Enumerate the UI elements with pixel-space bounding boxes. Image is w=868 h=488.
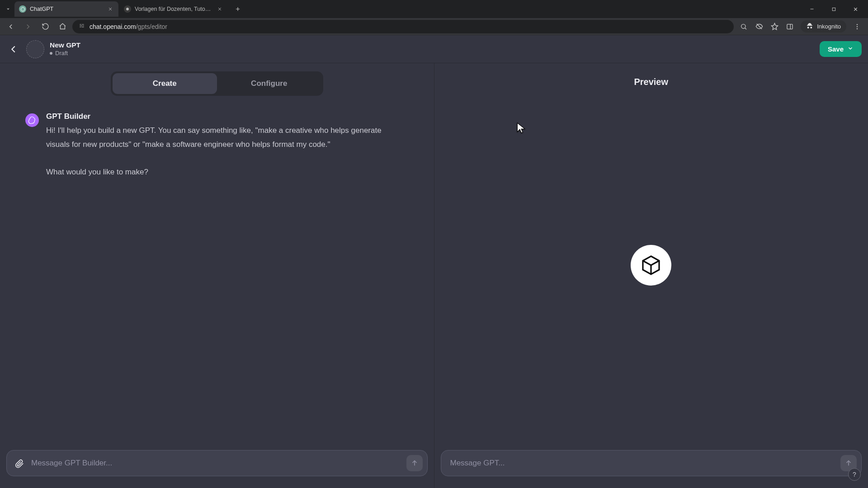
svg-rect-7 [80,27,81,27]
svg-rect-4 [82,24,84,25]
tab-bar: ChatGPT Vorlagen für Dozenten, Tutore… [0,0,868,18]
box-icon [640,254,662,276]
back-button[interactable] [6,42,21,56]
tab-title: ChatGPT [30,6,103,12]
preview-composer[interactable]: Message GPT... [441,450,862,476]
svg-point-12 [857,26,858,27]
tab-search-dropdown[interactable] [3,4,14,14]
side-panel-icon[interactable] [783,19,797,34]
gpt-title: New GPT [50,41,80,50]
svg-point-1 [126,8,129,10]
builder-message: GPT Builder Hi! I'll help you build a ne… [25,112,409,179]
preview-gpt-icon [631,245,671,286]
editor-tabs: Create Configure [0,63,434,99]
close-icon[interactable] [107,5,114,13]
svg-point-11 [857,24,858,25]
svg-rect-10 [787,24,793,29]
incognito-label: Inkognito [817,23,841,30]
window-controls [802,2,865,16]
incognito-icon [806,22,813,31]
browser-tab-active[interactable]: ChatGPT [14,1,118,17]
builder-input[interactable]: Message GPT Builder... [31,459,401,468]
bookmark-icon[interactable] [767,19,782,34]
close-window-button[interactable] [845,2,865,16]
preview-title: Preview [434,63,868,87]
address-bar[interactable]: chat.openai.com/gpts/editor [72,20,734,33]
svg-rect-2 [832,8,835,10]
app-body: Create Configure GPT Builder Hi! I'll he… [0,63,868,488]
generic-favicon [124,5,131,13]
svg-point-0 [21,7,24,11]
close-icon[interactable] [216,5,223,13]
svg-point-9 [741,24,745,28]
svg-rect-3 [80,24,81,25]
site-settings-icon[interactable] [79,23,85,30]
app-header: New GPT Draft Save [0,35,868,63]
gpt-status: Draft [50,50,80,57]
browser-chrome: ChatGPT Vorlagen für Dozenten, Tutore… [0,0,868,35]
tab-title: Vorlagen für Dozenten, Tutore… [135,6,212,12]
zoom-icon[interactable] [736,19,751,34]
chevron-down-icon [847,45,854,53]
browser-menu-icon[interactable] [850,19,864,34]
preview-pane: Preview Message GPT... ? [434,63,868,488]
minimize-button[interactable] [802,2,822,16]
create-pane: Create Configure GPT Builder Hi! I'll he… [0,63,434,488]
builder-composer[interactable]: Message GPT Builder... [6,450,428,476]
tab-create[interactable]: Create [113,73,217,94]
svg-point-13 [857,28,858,29]
maximize-button[interactable] [824,2,844,16]
browser-tab-inactive[interactable]: Vorlagen für Dozenten, Tutore… [119,1,228,17]
gpt-title-block: New GPT Draft [50,41,80,56]
openai-favicon [19,5,26,13]
preview-input[interactable]: Message GPT... [448,459,835,468]
gpt-avatar-placeholder[interactable] [26,40,44,58]
incognito-badge[interactable]: Inkognito [801,20,846,33]
reload-button[interactable] [38,19,52,34]
browser-toolbar: chat.openai.com/gpts/editor Inkognito [0,18,868,35]
tracking-icon[interactable] [752,19,766,34]
builder-chat: GPT Builder Hi! I'll help you build a ne… [0,99,434,183]
tab-configure[interactable]: Configure [217,73,321,94]
svg-rect-6 [83,25,84,26]
svg-rect-5 [80,25,82,26]
nav-back-button[interactable] [4,19,18,34]
builder-name: GPT Builder [46,112,390,121]
builder-message-body: Hi! I'll help you build a new GPT. You c… [46,124,390,179]
svg-rect-8 [81,27,84,27]
nav-forward-button[interactable] [21,19,35,34]
save-button[interactable]: Save [820,41,862,57]
new-tab-button[interactable] [231,3,244,15]
url-text: chat.openai.com/gpts/editor [90,23,167,30]
help-button[interactable]: ? [848,468,861,481]
gpt-editor-app: New GPT Draft Save Create Configure [0,35,868,488]
send-button[interactable] [406,455,423,471]
attachment-icon[interactable] [13,457,26,469]
home-button[interactable] [55,19,70,34]
save-label: Save [828,45,844,53]
builder-avatar-icon [25,113,39,127]
